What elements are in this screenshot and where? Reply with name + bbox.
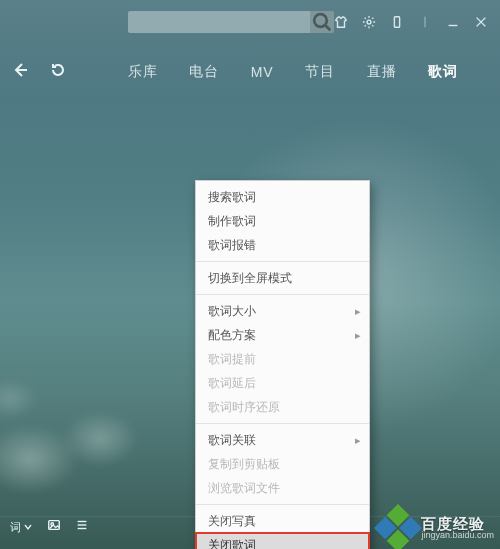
menu-separator — [196, 261, 369, 262]
menu-item-label: 歌词关联 — [208, 433, 256, 447]
app-window: 乐库电台MV节目直播歌词 搜索歌词制作歌词歌词报错切换到全屏模式歌词大小▸配色方… — [0, 0, 500, 549]
nav-tabs: 乐库电台MV节目直播歌词 — [66, 63, 500, 81]
back-button[interactable] — [12, 62, 28, 82]
svg-point-2 — [367, 20, 371, 24]
menu-item-label: 搜索歌词 — [208, 190, 256, 204]
svg-point-0 — [314, 14, 327, 27]
menu-item[interactable]: 配色方案▸ — [196, 323, 369, 347]
search-button[interactable] — [310, 11, 334, 33]
chevron-down-icon — [23, 522, 33, 532]
gear-icon[interactable] — [362, 15, 376, 29]
menu-item-label: 歌词报错 — [208, 238, 256, 252]
menu-item-label: 歌词提前 — [208, 352, 256, 366]
nav-tab[interactable]: MV — [251, 64, 274, 80]
lyrics-toggle-button[interactable]: 词 — [10, 520, 33, 535]
nav-tab[interactable]: 节目 — [305, 63, 335, 81]
close-icon[interactable] — [474, 15, 488, 29]
menu-item-label: 浏览歌词文件 — [208, 481, 280, 495]
bottom-bar: 词 — [0, 505, 500, 549]
menu-item-label: 切换到全屏模式 — [208, 271, 292, 285]
lyrics-toggle-label: 词 — [10, 520, 21, 535]
search-box — [128, 11, 334, 33]
chevron-right-icon: ▸ — [355, 299, 361, 323]
menu-item-label: 配色方案 — [208, 328, 256, 342]
menu-item: 歌词延后 — [196, 371, 369, 395]
menu-item-label: 歌词时序还原 — [208, 400, 280, 414]
menu-item: 浏览歌词文件 — [196, 476, 369, 500]
nav-tab[interactable]: 歌词 — [428, 63, 458, 81]
menu-item: 歌词提前 — [196, 347, 369, 371]
nav-left — [0, 62, 66, 82]
window-controls — [334, 15, 492, 29]
refresh-button[interactable] — [50, 62, 66, 82]
search-icon — [310, 10, 334, 34]
menu-item: 复制到剪贴板 — [196, 452, 369, 476]
nav-tab[interactable]: 电台 — [189, 63, 219, 81]
titlebar — [0, 8, 500, 36]
divider-icon — [418, 15, 432, 29]
photo-button[interactable] — [47, 518, 61, 536]
nav-tab[interactable]: 直播 — [367, 63, 397, 81]
menu-item[interactable]: 搜索歌词 — [196, 185, 369, 209]
menu-item: 歌词时序还原 — [196, 395, 369, 419]
svg-rect-3 — [394, 17, 399, 28]
menu-item-label: 歌词延后 — [208, 376, 256, 390]
shirt-icon[interactable] — [334, 15, 348, 29]
nav-tab[interactable]: 乐库 — [128, 63, 158, 81]
lyrics-context-menu: 搜索歌词制作歌词歌词报错切换到全屏模式歌词大小▸配色方案▸歌词提前歌词延后歌词时… — [195, 180, 370, 549]
menu-item-label: 复制到剪贴板 — [208, 457, 280, 471]
minimize-icon[interactable] — [446, 15, 460, 29]
svg-line-1 — [325, 25, 330, 30]
menu-item[interactable]: 制作歌词 — [196, 209, 369, 233]
background-art — [0, 309, 190, 509]
menu-separator — [196, 294, 369, 295]
menu-item[interactable]: 歌词大小▸ — [196, 299, 369, 323]
device-icon[interactable] — [390, 15, 404, 29]
menu-item[interactable]: 歌词报错 — [196, 233, 369, 257]
menu-item[interactable]: 切换到全屏模式 — [196, 266, 369, 290]
chevron-right-icon: ▸ — [355, 323, 361, 347]
search-input[interactable] — [128, 11, 310, 33]
chevron-right-icon: ▸ — [355, 428, 361, 452]
menu-separator — [196, 423, 369, 424]
menu-item-label: 制作歌词 — [208, 214, 256, 228]
nav-row: 乐库电台MV节目直播歌词 — [0, 56, 500, 88]
list-button[interactable] — [75, 518, 89, 536]
menu-item-label: 歌词大小 — [208, 304, 256, 318]
menu-item[interactable]: 歌词关联▸ — [196, 428, 369, 452]
